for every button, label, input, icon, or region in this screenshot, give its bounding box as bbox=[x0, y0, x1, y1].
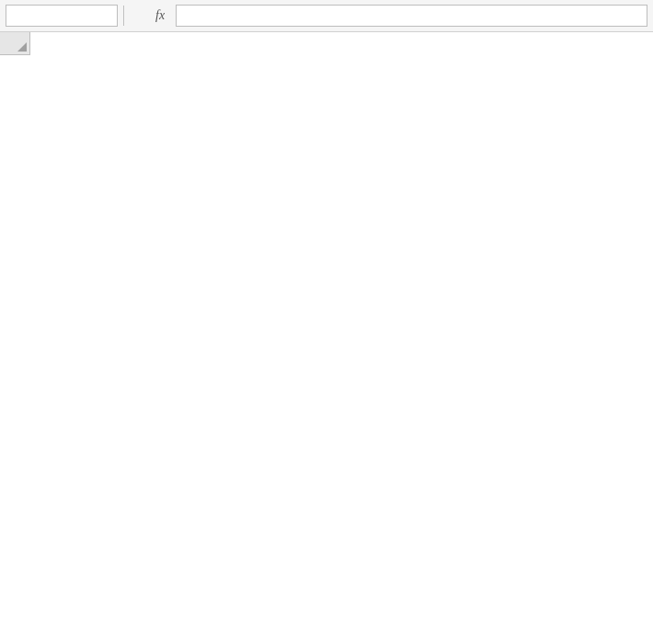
select-all-corner[interactable] bbox=[0, 32, 30, 55]
divider bbox=[123, 6, 124, 26]
column-header-strip bbox=[0, 32, 653, 55]
formula-input[interactable] bbox=[176, 5, 647, 27]
formula-buttons: fx bbox=[133, 8, 165, 23]
name-box[interactable] bbox=[6, 5, 118, 27]
fx-icon[interactable]: fx bbox=[155, 8, 165, 23]
formula-bar: fx bbox=[0, 0, 653, 32]
